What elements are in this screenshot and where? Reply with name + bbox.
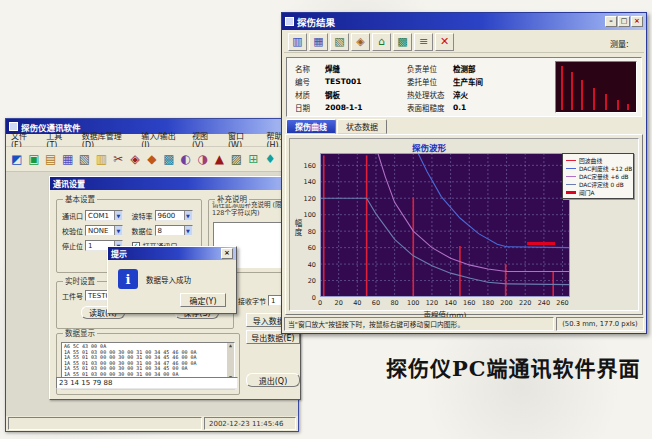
x-tick-label: 240 (535, 299, 553, 307)
scrollbar[interactable]: ▲▼ (227, 343, 234, 381)
legend-entry: DAC评定线 0 dB (566, 180, 630, 188)
result-tabs: 探伤曲线 状态数据 (286, 119, 387, 134)
preview-icon[interactable]: ▥ (93, 149, 109, 169)
info-label: 材质 (295, 89, 325, 100)
y-tick-label: 160 (292, 162, 316, 170)
legend-swatch (566, 160, 576, 161)
info-value: 焊缝 (325, 63, 340, 74)
chevron-down-icon[interactable]: ▼ (184, 211, 192, 220)
import-icon[interactable]: ◐ (178, 149, 194, 169)
baudrate-select[interactable]: 9600▼ (155, 210, 193, 221)
chevron-down-icon[interactable]: ▼ (184, 226, 192, 235)
result-toolbar: ▥▦▧◈⌂▩≡✕ (284, 31, 644, 53)
send-input[interactable]: 23 14 15 79 88 (56, 377, 238, 389)
x-tick-label: 0 (311, 299, 329, 307)
databits-select[interactable]: 8▼ (155, 225, 193, 236)
comm-app-window: 探伤仪通讯软件 文件(F) 工具(T) 数据库管理(D) 输入/输出(I) 视图… (5, 118, 299, 432)
legend-swatch (566, 184, 576, 185)
x-tick-label: 180 (479, 299, 497, 307)
screenshot-caption: 探伤仪PC端通讯软件界面 (386, 352, 646, 382)
y-tick-label: 40 (292, 261, 316, 269)
copy-icon[interactable]: ◈ (127, 149, 143, 169)
x-tick-label: 200 (498, 299, 516, 307)
y-tick-label: 100 (292, 211, 316, 219)
database-icon[interactable]: ▩ (161, 149, 177, 169)
comport-select[interactable]: COM1▼ (85, 210, 123, 221)
field-baudrate: 波特率 9600▼ (132, 210, 198, 221)
info-value: 淬火 (453, 89, 468, 100)
tab-status-data[interactable]: 状态数据 (337, 119, 387, 134)
menu-bar: 文件(F) 工具(T) 数据库管理(D) 输入/输出(I) 视图(V) 窗口(W… (6, 134, 298, 147)
result-window-title: 探伤结果 (297, 15, 335, 29)
x-tick-label: 220 (516, 299, 534, 307)
x-tick-label: 260 (554, 299, 572, 307)
parity-select[interactable]: NONE▼ (85, 225, 123, 236)
minimize-icon[interactable]: – (605, 16, 617, 27)
legend-swatch (566, 168, 576, 169)
ruler-icon[interactable]: ≡ (414, 33, 433, 51)
open-icon[interactable]: ▤ (43, 149, 59, 169)
desktop: 探伤仪通讯软件 文件(F) 工具(T) 数据库管理(D) 输入/输出(I) 视图… (0, 0, 652, 439)
copy-icon[interactable]: ◈ (351, 33, 370, 51)
export-icon[interactable]: ◑ (195, 149, 211, 169)
chevron-down-icon[interactable]: ▼ (114, 211, 122, 220)
legend-entry: 闸门A (566, 188, 630, 196)
hex-data-list[interactable]: ▲▼ A6 5C 43 00 0A1A 55 01 03 00 00 30 00… (61, 342, 235, 382)
print-icon[interactable]: ▧ (330, 33, 349, 51)
msgbox-title: 提示 (111, 248, 127, 259)
device-icon[interactable]: ▣ (26, 149, 42, 169)
field-databits: 数据位 8▼ (132, 225, 198, 236)
legend-swatch (566, 191, 576, 194)
info-value: 生产车间 (453, 76, 483, 87)
flaw-chart-plot[interactable] (320, 153, 570, 297)
tab-flaw-curve[interactable]: 探伤曲线 (286, 119, 336, 134)
save-icon[interactable]: ▦ (309, 33, 328, 51)
info-value: 0.1 (453, 103, 466, 112)
connect-icon[interactable]: ◩ (9, 149, 25, 169)
msgbox-close-icon[interactable]: × (221, 248, 233, 259)
measure-label: 测量: (610, 38, 629, 49)
info-label: 表面粗糙度 (407, 102, 453, 113)
info-label: 负责单位 (407, 63, 453, 74)
x-tick-label: 140 (442, 299, 460, 307)
ok-button[interactable]: 确定(Y) (180, 293, 226, 307)
y-tick-label: 120 (292, 195, 316, 203)
report-icon[interactable]: ▨ (228, 149, 244, 169)
tab-content: 探伤波形 幅度 声程值(mm) 回波曲线DAC判废线 +12 dBDAC定量线 … (285, 134, 643, 315)
settings-icon[interactable]: ⊞ (245, 149, 261, 169)
msgbox-text: 数据导入成功 (146, 274, 191, 285)
dialog-titlebar[interactable]: 通讯设置 × (50, 177, 300, 190)
comm-settings-dialog: 通讯设置 × 基本设置 通讯口 COM1▼ 波特率 9600▼ (49, 176, 301, 400)
info-label: 热处理状态 (407, 89, 453, 100)
field-parity: 校验位 NONE▼ (62, 225, 128, 236)
home-icon[interactable]: ⌂ (372, 33, 391, 51)
comm-statusbar: 2002-12-23 11:45:46 (6, 416, 298, 431)
info-label: 委托单位 (407, 76, 453, 87)
result-window-titlebar[interactable]: 探伤结果 – □ × (282, 13, 646, 30)
chart-icon[interactable]: ▲ (212, 149, 228, 169)
save-icon[interactable]: ▦ (60, 149, 76, 169)
wave-icon[interactable]: ▥ (288, 33, 307, 51)
info-value: 检测部 (453, 63, 476, 74)
dialog-title: 通讯设置 (53, 178, 85, 189)
grid-icon[interactable]: ▩ (393, 33, 412, 51)
app-icon (285, 17, 294, 26)
exit-button[interactable]: 退出(Q) (246, 373, 300, 387)
close-red-icon[interactable]: ✕ (435, 33, 454, 51)
msgbox-titlebar[interactable]: 提示 × (108, 247, 236, 260)
cut-icon[interactable]: ✂ (110, 149, 126, 169)
maximize-icon[interactable]: □ (618, 16, 630, 27)
status-hint: 当"窗口放大"按钮按下时，按鼠标右键可移动窗口内图形。 (284, 317, 554, 331)
x-tick-label: 160 (460, 299, 478, 307)
x-tick-label: 20 (330, 299, 348, 307)
info-value: TEST001 (325, 77, 361, 86)
y-tick-label: 20 (292, 277, 316, 285)
thumbnail-spikes (556, 62, 636, 112)
chevron-down-icon[interactable]: ▼ (114, 226, 122, 235)
print-icon[interactable]: ▧ (77, 149, 93, 169)
paste-icon[interactable]: ◆ (144, 149, 160, 169)
close-icon[interactable]: × (631, 16, 643, 27)
help-icon[interactable]: ♦ (262, 149, 278, 169)
y-tick-label: 80 (292, 228, 316, 236)
waveform-thumbnail (555, 61, 637, 113)
